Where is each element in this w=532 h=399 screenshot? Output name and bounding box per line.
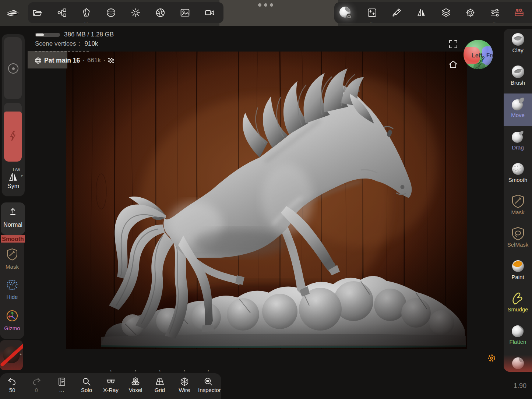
top-toolbar-right: … …	[334, 2, 532, 23]
interface-sliders-icon[interactable]: …	[486, 4, 503, 21]
stroke-normal-panel[interactable]: Normal	[1, 202, 25, 235]
alpha-checker-icon	[108, 58, 114, 63]
grid-caret[interactable]: ▲	[149, 369, 170, 372]
tool-flatten[interactable]: Flatten	[504, 320, 532, 353]
selmask-label: SelMask	[504, 241, 532, 248]
object-row[interactable]: Pat main 16 · 661k ·	[35, 56, 114, 65]
tool-partial[interactable]	[504, 353, 532, 372]
hide-dots-icon	[6, 279, 19, 291]
separator-dot: ·	[82, 57, 85, 64]
brush-icon	[510, 63, 526, 80]
left-slider-panel: L/W ▸ Sym	[1, 34, 25, 197]
voxel-cubes-icon	[131, 377, 140, 386]
toolbox-icon[interactable]	[511, 4, 528, 21]
undo-button[interactable]: 50	[2, 373, 22, 399]
sym-expand-chevron[interactable]: ▸	[21, 173, 23, 177]
symmetry-mirror-icon[interactable]	[413, 4, 430, 21]
settings-gear-icon[interactable]	[462, 4, 479, 21]
paint-label: Paint	[504, 274, 532, 280]
smooth-label: Smooth	[504, 177, 532, 183]
wire-label: Wire	[174, 387, 195, 393]
voxel-button[interactable]: ▲ Voxel	[125, 373, 146, 399]
gizmo-label: Gizmo	[0, 325, 24, 331]
fullscreen-icon[interactable]	[448, 39, 458, 49]
solo-button[interactable]: Solo	[76, 373, 97, 399]
scene-vertices-value: 910k	[85, 40, 98, 47]
paint-settings-icon[interactable]	[388, 4, 405, 21]
voxel-caret[interactable]: ▲	[125, 369, 146, 372]
prism-more: …	[78, 20, 95, 24]
normal-label: Normal	[1, 222, 25, 228]
tool-gizmo-left[interactable]: Gizmo	[0, 309, 24, 331]
wire-button[interactable]: ▲ Wire	[174, 373, 195, 399]
flatten-label: Flatten	[504, 339, 532, 345]
xray-caret[interactable]: ▲	[101, 369, 121, 372]
tool-move[interactable]: Move	[504, 93, 532, 126]
symmetry-icon[interactable]	[7, 172, 19, 184]
sculpt-prism-icon[interactable]: …	[78, 4, 95, 21]
partial-sphere-icon	[510, 355, 526, 372]
tool-brush[interactable]: Brush	[504, 61, 532, 93]
wire-caret[interactable]: ▲	[174, 369, 195, 372]
postprocess-aperture-icon[interactable]	[152, 4, 169, 21]
material-expand-chevron[interactable]: ▸	[20, 352, 22, 356]
inspector-button[interactable]: ▲ Inspector	[198, 373, 219, 399]
move-label: Move	[504, 112, 532, 118]
top-toolbar-left: …	[28, 2, 223, 23]
layers-icon[interactable]	[437, 4, 454, 21]
grid-button[interactable]: ▲ Grid	[149, 373, 170, 399]
voxel-label: Voxel	[125, 387, 146, 393]
inspector-eye-icon	[204, 377, 213, 386]
top-strip-center	[219, 0, 338, 26]
brush-size-slider[interactable]	[4, 37, 22, 99]
move-icon	[510, 96, 526, 113]
tool-smudge[interactable]: Smudge	[504, 288, 532, 320]
object-name: Pat main 16	[44, 57, 80, 64]
smooth-alt-tool-strip[interactable]: Smooth	[1, 235, 25, 243]
brush-intensity-slider[interactable]	[4, 103, 22, 162]
memory-usage-text: 386 MB / 1.28 GB	[64, 31, 114, 38]
background-image-icon[interactable]	[176, 4, 193, 21]
tool-hide-left[interactable]: Hide	[0, 279, 24, 300]
tool-paint[interactable]: Paint	[504, 255, 532, 288]
folder-icon[interactable]	[29, 4, 46, 21]
gizmo-axes-icon	[6, 309, 19, 322]
camera-video-icon[interactable]	[201, 4, 218, 21]
tool-mask-left[interactable]: Mask	[0, 248, 24, 270]
wireframe-icon	[180, 377, 189, 386]
redo-button[interactable]: 0	[26, 373, 47, 399]
material-sphere-icon[interactable]	[102, 4, 119, 21]
vignette	[66, 52, 467, 349]
inspector-caret[interactable]: ▲	[198, 369, 219, 372]
tool-mask[interactable]: Mask	[504, 191, 532, 223]
slider-handle-icon[interactable]	[8, 63, 18, 74]
solo-label: Solo	[76, 387, 97, 393]
right-tool-sidebar: Clay Brush Move Drag	[504, 29, 532, 372]
app-logo-icon[interactable]	[4, 4, 21, 21]
bottom-toolbar: 50 0 … Solo ▲ X-Ray ▲	[0, 373, 221, 399]
xray-label: X-Ray	[101, 387, 121, 393]
scene-graph-icon[interactable]	[53, 4, 70, 21]
smudge-finger-icon	[510, 290, 526, 307]
lighting-sun-icon[interactable]	[127, 4, 144, 21]
system-handle-icon[interactable]	[258, 3, 274, 7]
sym-button[interactable]: Sym	[2, 183, 25, 190]
active-tool-sphere-icon[interactable]	[337, 4, 354, 21]
history-button[interactable]: …	[52, 373, 72, 399]
scene-vertices: Scene vertices：910k	[35, 39, 98, 48]
tool-selmask[interactable]: SelMask	[504, 223, 532, 255]
tool-clay[interactable]: Clay	[504, 29, 532, 61]
view-orientation-gizmo[interactable]: Left Front Bottom	[463, 39, 494, 70]
snap-cursor-icon[interactable]	[487, 354, 496, 363]
lightning-bolt-icon	[9, 130, 17, 141]
tool-smooth[interactable]: Smooth	[504, 158, 532, 191]
left-tools-panel: Mask Hide	[0, 243, 24, 339]
viewport-3d[interactable]	[66, 52, 467, 349]
home-icon[interactable]	[448, 59, 458, 70]
stroke-settings-icon[interactable]: …	[363, 4, 380, 21]
tool-drag[interactable]: Drag	[504, 126, 532, 158]
tool-gear-badge	[346, 14, 352, 19]
history-book-icon	[57, 377, 67, 386]
material-disabled-panel[interactable]: ▸	[0, 340, 23, 370]
xray-button[interactable]: ▲ X-Ray	[101, 373, 121, 399]
